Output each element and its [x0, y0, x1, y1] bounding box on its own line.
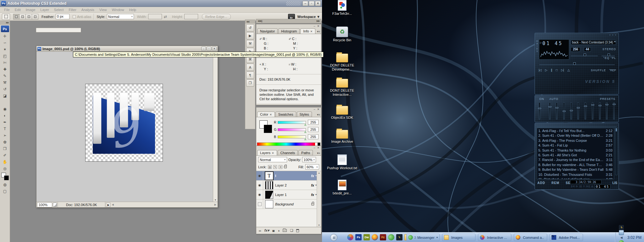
red-value-input[interactable]: 255 [308, 120, 319, 125]
add-selection-button[interactable] [19, 14, 26, 20]
palette-minimize-icon[interactable]: – [314, 146, 315, 149]
playlist-scrollbar[interactable] [615, 127, 618, 175]
visibility-eye-checkbox[interactable] [256, 199, 263, 209]
crop-tool[interactable]: ◰ [1, 53, 9, 59]
menu-item[interactable]: Help [127, 8, 139, 12]
tab-swatches[interactable]: Swatches [275, 112, 296, 117]
eraser-tool[interactable]: ◪ [1, 92, 9, 99]
eq-presets-button[interactable]: PRESETS [600, 97, 615, 101]
eyedropper-tool[interactable]: ✐ [1, 152, 9, 158]
desktop-icon-image-archive[interactable]: Image Archive [326, 129, 358, 144]
lock-all-icon[interactable] [284, 166, 287, 168]
gradient-tool[interactable] [1, 99, 9, 106]
menu-item[interactable]: Select [52, 8, 66, 12]
intersect-selection-button[interactable] [32, 14, 38, 20]
lock-pixels-icon[interactable]: ✎ [273, 165, 277, 169]
link-layers-icon[interactable]: ∞ [259, 229, 261, 233]
hand-tool[interactable]: ✋ [1, 158, 9, 165]
tab-paths[interactable]: Paths [298, 150, 313, 155]
page-preview-icon[interactable] [53, 203, 57, 207]
document-canvas-area[interactable]: 9 [36, 52, 213, 202]
layer-fx-badge[interactable]: fx [311, 193, 314, 197]
taskbar-task-interactive[interactable]: Interactive ... [478, 234, 511, 241]
menu-item[interactable]: File [2, 8, 12, 12]
visibility-eye-icon[interactable]: ◉ [256, 171, 263, 180]
playlist-item[interactable]: 5. Sum 41 - Thanks for Nothing 3:03 [538, 148, 613, 153]
desktop-icon-dont-delete-interactive[interactable]: DONT DELETE Interactive... [326, 78, 358, 97]
new-adjustment-layer-icon[interactable]: ◑ [278, 229, 280, 233]
quicklaunch-photoshop-icon[interactable]: Ps [355, 234, 362, 240]
palette-close-icon[interactable]: ✕ [317, 146, 319, 149]
taskbar-task-images[interactable]: Images [442, 234, 475, 241]
eq-on-button[interactable]: ON [539, 97, 544, 101]
tab-info[interactable]: Info✕ [300, 28, 315, 34]
tool-presets-palette-icon[interactable]: ⚒ [246, 40, 254, 47]
style-select[interactable]: Normal▾ [107, 14, 134, 19]
layer-thumbnail[interactable] [265, 181, 273, 189]
palette-flyout-icon[interactable]: ▾≡ [317, 152, 320, 155]
close-button[interactable]: ✕ [315, 1, 321, 6]
quicklaunch-filezilla-icon[interactable]: Fz [380, 234, 386, 240]
menu-item[interactable]: Image [24, 8, 38, 12]
eq-band-slider[interactable] [570, 102, 572, 119]
volume-slider[interactable] [571, 54, 598, 56]
red-slider[interactable] [278, 121, 306, 124]
playlist-add-button[interactable]: ADD [537, 181, 545, 185]
green-value-input[interactable]: 255 [308, 127, 319, 132]
new-layer-icon[interactable]: ❏ [290, 228, 293, 233]
workspace-button[interactable]: Workspace ▼ [297, 15, 320, 19]
opacity-input[interactable]: 100%▸ [302, 157, 316, 162]
palette-minimize-icon[interactable]: – [314, 108, 315, 111]
winamp-visualizer[interactable]: ▷ 01 45 [539, 39, 569, 60]
color-swatch-pair[interactable] [259, 120, 272, 133]
winamp-equalizer-window[interactable]: ON AUTO PRESETS [535, 95, 619, 122]
history-brush-tool[interactable]: ↺ [1, 86, 9, 92]
playlist-list-button[interactable]: LIS [612, 181, 617, 185]
taskbar-task-adobe-photoshop[interactable]: Ps Adobe Phot... [550, 234, 583, 241]
desktop-icon-recycle-bin[interactable]: ♻ Recycle Bin [326, 26, 358, 42]
layer-fx-badge[interactable]: fx [311, 174, 314, 178]
balance-slider[interactable] [602, 54, 615, 56]
winamp-clutterbar[interactable]: O A I D V [536, 40, 538, 53]
taskbar-task-command[interactable]: Command a... [514, 234, 547, 241]
menu-item[interactable]: Edit [13, 8, 23, 12]
tray-volume-icon[interactable]: ◄ [619, 235, 624, 240]
playlist-item[interactable]: 11. Disturbed - Land of Confusion 4:48 [538, 177, 613, 179]
playlist-item[interactable]: 4. Sum 41 - Fat Lip 2:57 [538, 143, 613, 148]
actions-palette-icon[interactable]: ▶ [246, 32, 254, 39]
layer-row-text[interactable]: ◉ T I fx ▾ [256, 171, 321, 181]
desktop-icon-objectex-sdk[interactable]: ObjectEx SDK [326, 105, 358, 120]
playlist-mini-transport[interactable]: |◁ ▷ || □ ▷| △ [571, 185, 594, 187]
winamp-eject-button[interactable]: △ [568, 68, 570, 72]
new-group-icon[interactable] [283, 229, 287, 232]
desktop-icon-pushup-workout[interactable]: Pushup Workout.txt [326, 154, 358, 170]
quicklaunch-winamp-icon[interactable]: ϟ [396, 234, 402, 240]
blend-mode-select[interactable]: Normal▾ [258, 157, 287, 162]
custom-shape-tool[interactable]: ✿ [1, 139, 9, 145]
move-tool[interactable]: ✛ [1, 33, 9, 39]
document-titlebar[interactable]: Ps Image_0001.psd @ 100% (I, RGB/8) – ▫ … [36, 46, 218, 52]
status-flyout-button[interactable]: ▶ [106, 203, 110, 207]
dodge-tool[interactable]: ◐ [1, 112, 9, 119]
desktop-icon-txtedit-pre[interactable]: txtedit_pre... [326, 180, 358, 195]
doc-maximize-button[interactable]: ▫ [207, 47, 211, 51]
healing-brush-tool[interactable]: ✚ [1, 66, 9, 72]
menu-item[interactable]: Analysis [79, 8, 97, 12]
playlist-item[interactable]: 2. Sum 41 - Over My Head (Better Off Dea… [538, 133, 613, 138]
seek-bar[interactable] [539, 63, 615, 65]
tools-collapse-arrows[interactable]: ▶▶ [0, 21, 10, 25]
slice-tool[interactable]: ✄ [1, 59, 9, 66]
playlist-item[interactable]: 6. Sum 41 - All She's Got 2:21 [538, 153, 613, 158]
menu-item[interactable]: View [97, 8, 109, 12]
quicklaunch-dreamweaver-icon[interactable]: Dw [364, 234, 370, 240]
winamp-next-button[interactable]: ▷| [561, 68, 564, 72]
layers-scrollbar[interactable]: ▲▼ [317, 171, 321, 227]
tab-histogram[interactable]: Histogram [278, 28, 300, 34]
history-palette-icon[interactable]: ↺ [246, 24, 254, 32]
lock-transparency-icon[interactable]: ▨ [268, 165, 272, 169]
tab-navigator[interactable]: Navigator [257, 28, 278, 34]
zoom-level-input[interactable]: 100% [37, 202, 52, 207]
track-title-marquee[interactable]: back - Next Contestant (3:34) *** [571, 40, 616, 45]
tab-color[interactable]: Color✕ [257, 112, 275, 117]
winamp-play-button[interactable]: ▷ [545, 68, 547, 72]
